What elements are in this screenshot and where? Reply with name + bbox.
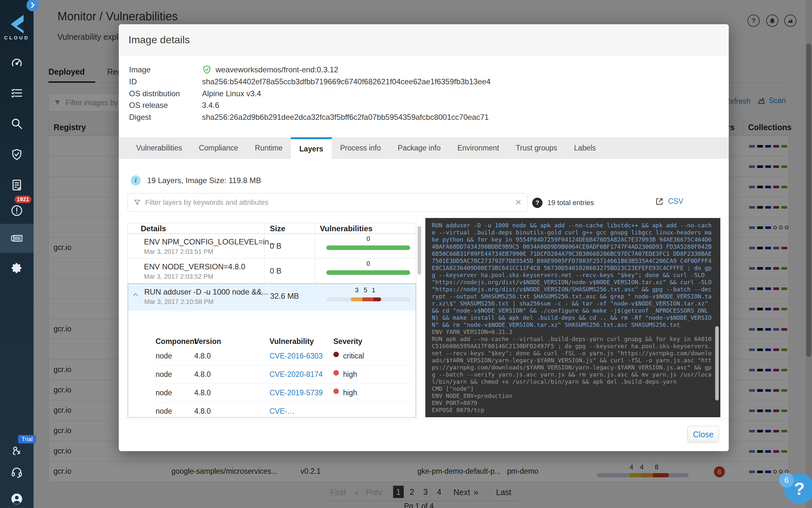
cve-link[interactable]: CVE-2019-5739 [270, 388, 323, 397]
severity-label: critical [343, 352, 364, 361]
layers-scrollbar[interactable] [417, 223, 422, 417]
column-header-size[interactable]: Size [270, 224, 285, 233]
layers-table-header: Details Size Vulnerabilities [128, 223, 416, 234]
vuln-total: 0 [326, 235, 410, 243]
layers-filter-input[interactable]: Filter layers by keywords and attributes… [128, 193, 528, 212]
field-label: Image [129, 65, 202, 74]
field-label: OS distribution [129, 89, 202, 98]
field-value: weaveworksdemos/front-end:0.3.12 [202, 65, 338, 75]
severity-dot [333, 370, 339, 376]
shield-check-icon [10, 148, 23, 161]
field-digest: Digest sha256:26a2d9b6b291dee2dca32fca3f… [129, 111, 489, 123]
sidebar-item-defend[interactable] [0, 148, 34, 161]
field-id: ID sha256:b54402ef78a55ccb3dfbb719669c67… [129, 76, 490, 87]
layer-row[interactable]: ENV NODE_VERSION=4.8.0 Mar 3, 2017 2:03:… [128, 259, 416, 284]
cve-link[interactable]: CVE-… [270, 407, 295, 416]
alert-count-badge: 1921 [14, 196, 31, 203]
column-header-version: Version [194, 337, 221, 346]
layer-command: RUN adduser -D -u 1000 node &&... [144, 287, 268, 296]
field-label: Digest [129, 113, 202, 122]
search-icon [10, 117, 23, 130]
cve-link[interactable]: CVE-2016-6303 [270, 352, 323, 361]
sidebar-item-settings[interactable] [0, 262, 34, 274]
field-value: Alpine Linux v3.4 [202, 89, 261, 98]
sidebar: CLOUD 1921 [0, 0, 34, 508]
close-button[interactable]: Close [687, 426, 719, 443]
sidebar-item-search[interactable] [0, 117, 34, 130]
vuln-segment-critical [373, 297, 381, 301]
component-row: node4.8.0CVE-2020-8174high [155, 365, 411, 384]
column-header-details[interactable]: Details [141, 224, 166, 233]
layer-row-selected[interactable]: RUN adduser -D -u 1000 node &&... Mar 3,… [128, 284, 416, 311]
sidebar-item-containers[interactable] [0, 232, 34, 245]
component-name: node [155, 370, 172, 379]
modal-title: Image details [129, 34, 190, 46]
vuln-count-medium: 3 [355, 287, 359, 294]
collapse-caret-icon[interactable] [133, 292, 138, 297]
column-header-vulnerability: Vulnerability [270, 337, 314, 346]
component-version: 4.8.0 [194, 370, 211, 379]
layer-size: 32.6 MB [270, 292, 299, 301]
modal-footer: Close [119, 419, 729, 451]
cloud-logo [0, 14, 34, 34]
cve-link[interactable]: CVE-2020-8174 [270, 370, 323, 379]
layer-size: 0 B [270, 266, 281, 276]
vuln-segment-high [363, 297, 373, 301]
sidebar-item-credentials[interactable] [0, 445, 34, 457]
terminal-scrollbar[interactable] [715, 218, 719, 417]
tab-compliance[interactable]: Compliance [190, 137, 246, 159]
gauge-icon [10, 56, 23, 69]
modal-header: Image details [119, 24, 729, 55]
terminal-scrollbar-thumb[interactable] [715, 326, 719, 400]
component-row: node4.8.0CVE-2019-5739high [155, 384, 411, 402]
sidebar-expand-button[interactable] [27, 0, 39, 11]
logo-icon [9, 14, 24, 34]
tab-vulnerabilities[interactable]: Vulnerabilities [128, 137, 190, 159]
gear-icon [10, 262, 23, 274]
help-fab-count-badge: 6 [779, 473, 794, 488]
vulnerability-bar [327, 297, 411, 301]
tab-package-info[interactable]: Package info [389, 137, 449, 159]
layers-scrollbar-thumb[interactable] [418, 226, 421, 274]
column-header-vulnerabilities[interactable]: Vulnerabilities [320, 224, 373, 233]
tab-trust-groups[interactable]: Trust groups [507, 137, 565, 159]
image-details-modal: Image details Image weaveworksdemos/fron… [119, 24, 729, 451]
trial-badge: Trial [18, 435, 36, 443]
sidebar-item-dashboard[interactable] [0, 56, 34, 69]
export-icon [655, 197, 664, 206]
csv-link[interactable]: CSV [668, 197, 683, 206]
tab-labels[interactable]: Labels [566, 137, 605, 159]
layer-date: Mar 3, 2017 2:10:58 PM [144, 298, 213, 305]
layer-date: Mar 3, 2017 2:03:51 PM [144, 248, 213, 255]
headset-icon [10, 466, 23, 479]
image-name: weaveworksdemos/front-end:0.3.12 [216, 65, 338, 74]
tab-runtime[interactable]: Runtime [247, 137, 291, 159]
csv-export[interactable]: CSV [655, 197, 683, 206]
alert-circle-icon [10, 204, 23, 217]
chevron-right-icon [27, 0, 38, 11]
sidebar-item-profile[interactable] [0, 493, 34, 505]
trusted-shield-check-icon [202, 65, 212, 75]
component-row: node4.8.0CVE-… [155, 402, 411, 418]
component-version: 4.8.0 [194, 352, 211, 361]
total-entries: 19 total entries [547, 199, 594, 207]
tab-environment[interactable]: Environment [449, 137, 507, 159]
filter-help-icon[interactable]: ? [532, 198, 542, 208]
clear-filter-icon[interactable]: ✕ [515, 198, 522, 207]
sidebar-item-compliance[interactable] [0, 179, 34, 192]
sidebar-item-policies[interactable] [0, 87, 34, 99]
sidebar-item-support[interactable] [0, 466, 34, 479]
layer-row-expanded[interactable]: RUN adduser -D -u 1000 node &&... Mar 3,… [128, 284, 416, 418]
sidebar-item-alerts[interactable] [0, 204, 34, 217]
column-header-severity: Severity [333, 337, 363, 346]
terminal-highlighted-command: RUN adduser -D -u 1000 node && apk add -… [432, 222, 715, 328]
tab-layers[interactable]: Layers [291, 137, 331, 159]
vuln-total: 0 [326, 260, 410, 267]
tab-process-info[interactable]: Process info [332, 137, 389, 159]
vuln-count-critical: 1 [372, 287, 375, 294]
layer-row[interactable]: ENV NPM_CONFIG_LOGLEVEL=in... Mar 3, 201… [128, 234, 416, 259]
severity-dot [333, 388, 339, 394]
user-avatar-icon [10, 493, 23, 505]
component-version: 4.8.0 [194, 407, 211, 416]
layers-info-text: 19 Layers, Image Size: 119.8 MB [147, 176, 261, 185]
